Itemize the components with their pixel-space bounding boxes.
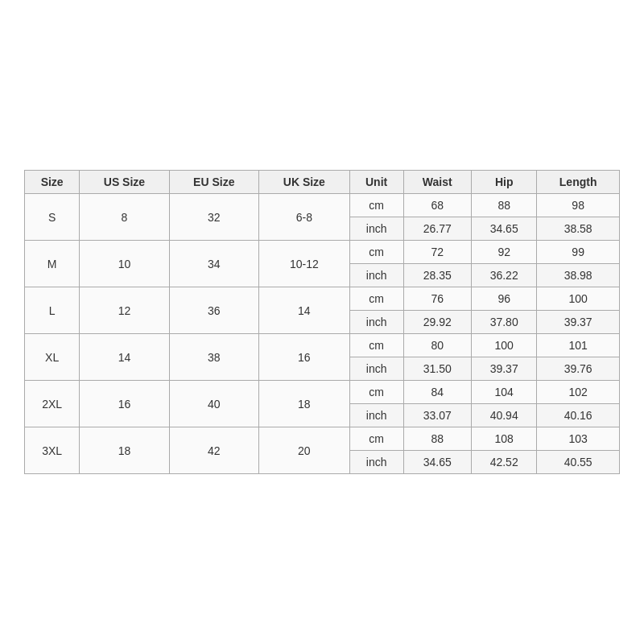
cell-hip-inch-S: 34.65 — [472, 217, 537, 241]
cell-unit-cm-3XL: cm — [349, 427, 403, 451]
size-chart-body: S8326-8cm688898inch26.7734.6538.58M10341… — [25, 194, 620, 474]
cell-length-cm-3XL: 103 — [537, 427, 620, 451]
col-header-length: Length — [537, 171, 620, 194]
col-header-eu-size: EU Size — [169, 171, 258, 194]
cell-unit-cm-S: cm — [349, 194, 403, 217]
cell-size-L: L — [25, 287, 80, 334]
cell-hip-inch-3XL: 42.52 — [472, 451, 537, 474]
table-row-2XL-cm: 2XL164018cm84104102 — [25, 381, 620, 404]
cell-uk-M: 10-12 — [258, 241, 349, 287]
cell-size-M: M — [25, 241, 80, 287]
cell-eu-S: 32 — [169, 194, 258, 241]
cell-length-inch-XL: 39.76 — [537, 357, 620, 381]
cell-length-cm-M: 99 — [537, 241, 620, 264]
cell-eu-XL: 38 — [169, 334, 258, 381]
cell-length-inch-M: 38.98 — [537, 264, 620, 287]
cell-unit-cm-M: cm — [349, 241, 403, 264]
cell-hip-cm-M: 92 — [472, 241, 537, 264]
header-row: Size US Size EU Size UK Size Unit Waist … — [25, 171, 620, 194]
col-header-uk-size: UK Size — [258, 171, 349, 194]
cell-waist-cm-XL: 80 — [403, 334, 472, 357]
table-row-S-cm: S8326-8cm688898 — [25, 194, 620, 217]
cell-us-XL: 14 — [80, 334, 169, 381]
cell-unit-inch-3XL: inch — [349, 451, 403, 474]
cell-hip-inch-M: 36.22 — [472, 264, 537, 287]
cell-waist-inch-XL: 31.50 — [403, 357, 472, 381]
cell-waist-cm-L: 76 — [403, 287, 472, 311]
cell-hip-cm-L: 96 — [472, 287, 537, 311]
cell-unit-inch-XL: inch — [349, 357, 403, 381]
cell-waist-cm-2XL: 84 — [403, 381, 472, 404]
col-header-size: Size — [25, 171, 80, 194]
cell-uk-2XL: 18 — [258, 381, 349, 427]
cell-hip-cm-S: 88 — [472, 194, 537, 217]
cell-hip-inch-L: 37.80 — [472, 311, 537, 334]
cell-unit-cm-XL: cm — [349, 334, 403, 357]
cell-size-S: S — [25, 194, 80, 241]
table-row-L-cm: L123614cm7696100 — [25, 287, 620, 311]
cell-waist-cm-S: 68 — [403, 194, 472, 217]
cell-us-3XL: 18 — [80, 427, 169, 474]
cell-unit-cm-L: cm — [349, 287, 403, 311]
col-header-unit: Unit — [349, 171, 403, 194]
cell-size-XL: XL — [25, 334, 80, 381]
cell-waist-inch-S: 26.77 — [403, 217, 472, 241]
col-header-hip: Hip — [472, 171, 537, 194]
cell-length-inch-L: 39.37 — [537, 311, 620, 334]
col-header-us-size: US Size — [80, 171, 169, 194]
cell-unit-inch-2XL: inch — [349, 404, 403, 427]
cell-eu-M: 34 — [169, 241, 258, 287]
cell-unit-inch-L: inch — [349, 311, 403, 334]
cell-hip-inch-2XL: 40.94 — [472, 404, 537, 427]
cell-length-inch-3XL: 40.55 — [537, 451, 620, 474]
cell-waist-inch-2XL: 33.07 — [403, 404, 472, 427]
cell-us-S: 8 — [80, 194, 169, 241]
cell-uk-S: 6-8 — [258, 194, 349, 241]
cell-size-3XL: 3XL — [25, 427, 80, 474]
cell-waist-inch-3XL: 34.65 — [403, 451, 472, 474]
col-header-waist: Waist — [403, 171, 472, 194]
cell-length-inch-2XL: 40.16 — [537, 404, 620, 427]
cell-eu-3XL: 42 — [169, 427, 258, 474]
cell-uk-XL: 16 — [258, 334, 349, 381]
cell-hip-inch-XL: 39.37 — [472, 357, 537, 381]
cell-length-cm-XL: 101 — [537, 334, 620, 357]
cell-us-M: 10 — [80, 241, 169, 287]
cell-unit-inch-M: inch — [349, 264, 403, 287]
cell-uk-3XL: 20 — [258, 427, 349, 474]
cell-waist-inch-L: 29.92 — [403, 311, 472, 334]
cell-length-cm-L: 100 — [537, 287, 620, 311]
cell-eu-2XL: 40 — [169, 381, 258, 427]
cell-waist-cm-M: 72 — [403, 241, 472, 264]
cell-hip-cm-XL: 100 — [472, 334, 537, 357]
size-chart-table: Size US Size EU Size UK Size Unit Waist … — [24, 170, 620, 474]
cell-length-cm-2XL: 102 — [537, 381, 620, 404]
cell-size-2XL: 2XL — [25, 381, 80, 427]
size-chart-wrapper: Size US Size EU Size UK Size Unit Waist … — [24, 170, 620, 474]
cell-unit-inch-S: inch — [349, 217, 403, 241]
cell-eu-L: 36 — [169, 287, 258, 334]
cell-hip-cm-3XL: 108 — [472, 427, 537, 451]
cell-waist-cm-3XL: 88 — [403, 427, 472, 451]
table-row-M-cm: M103410-12cm729299 — [25, 241, 620, 264]
cell-waist-inch-M: 28.35 — [403, 264, 472, 287]
cell-us-2XL: 16 — [80, 381, 169, 427]
cell-unit-cm-2XL: cm — [349, 381, 403, 404]
table-row-XL-cm: XL143816cm80100101 — [25, 334, 620, 357]
cell-length-cm-S: 98 — [537, 194, 620, 217]
cell-length-inch-S: 38.58 — [537, 217, 620, 241]
table-row-3XL-cm: 3XL184220cm88108103 — [25, 427, 620, 451]
cell-us-L: 12 — [80, 287, 169, 334]
cell-hip-cm-2XL: 104 — [472, 381, 537, 404]
cell-uk-L: 14 — [258, 287, 349, 334]
